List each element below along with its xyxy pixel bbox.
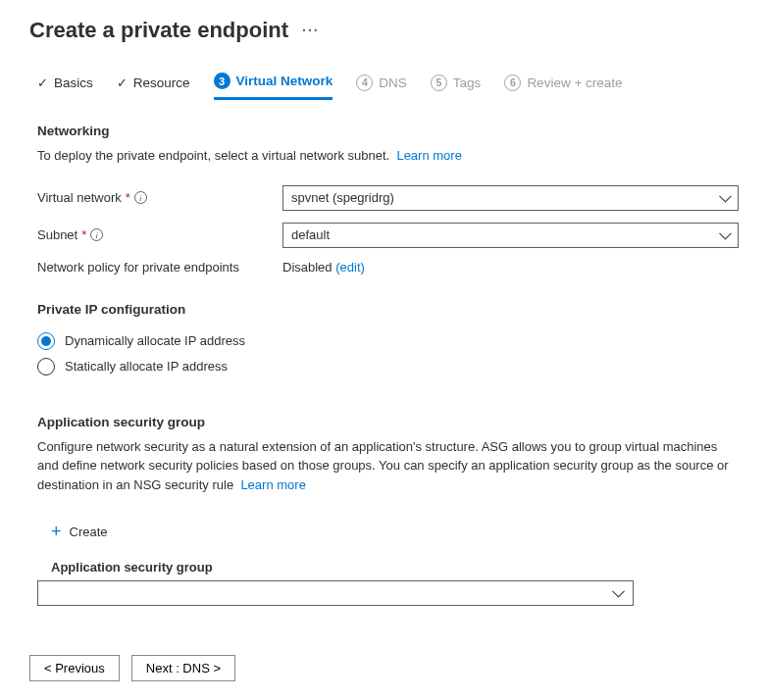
- select-value: default: [291, 227, 330, 242]
- virtual-network-select[interactable]: spvnet (spegridrg): [282, 185, 739, 211]
- ip-dynamic-radio[interactable]: Dynamically allocate IP address: [37, 332, 739, 350]
- info-icon[interactable]: i: [90, 228, 103, 241]
- subnet-select[interactable]: default: [282, 223, 739, 248]
- next-button[interactable]: Next : DNS >: [131, 655, 235, 681]
- radio-label: Dynamically allocate IP address: [65, 333, 245, 348]
- tab-resource[interactable]: ✓ Resource: [117, 75, 190, 98]
- ip-config-heading: Private IP configuration: [37, 302, 739, 317]
- info-icon[interactable]: i: [134, 191, 147, 204]
- asg-select[interactable]: [37, 580, 634, 606]
- radio-icon: [37, 358, 55, 375]
- radio-label: Statically allocate IP address: [65, 359, 228, 374]
- tab-review-create[interactable]: 6 Review + create: [504, 75, 622, 99]
- page-title: Create a private endpoint: [29, 18, 288, 43]
- radio-icon: [37, 332, 55, 350]
- tab-dns[interactable]: 4 DNS: [356, 75, 407, 99]
- tab-virtual-network[interactable]: 3 Virtual Network: [214, 73, 333, 100]
- create-label: Create: [70, 525, 108, 539]
- plus-icon: +: [51, 522, 62, 542]
- subnet-label: Subnet * i: [37, 227, 282, 242]
- tab-tags[interactable]: 5 Tags: [431, 75, 482, 99]
- select-value: spvnet (spegridrg): [291, 190, 394, 205]
- asg-heading: Application security group: [37, 415, 739, 429]
- tab-label: DNS: [379, 75, 407, 90]
- asg-description: Configure network security as a natural …: [37, 437, 739, 495]
- networking-heading: Networking: [37, 124, 739, 138]
- step-number-icon: 4: [356, 75, 373, 91]
- asg-field-label: Application security group: [51, 560, 739, 575]
- learn-more-link[interactable]: Learn more: [240, 477, 305, 492]
- create-asg-button[interactable]: + Create: [45, 518, 114, 546]
- tab-label: Resource: [133, 75, 190, 90]
- step-number-icon: 3: [214, 73, 230, 89]
- required-indicator: *: [81, 227, 86, 242]
- tab-label: Basics: [54, 75, 93, 90]
- network-policy-label: Network policy for private endpoints: [37, 260, 282, 275]
- edit-policy-link[interactable]: (edit): [335, 260, 365, 275]
- virtual-network-label: Virtual network * i: [37, 190, 282, 205]
- required-indicator: *: [126, 190, 130, 205]
- tab-label: Virtual Network: [236, 74, 333, 88]
- tab-basics[interactable]: ✓ Basics: [37, 75, 93, 98]
- tab-label: Review + create: [527, 75, 622, 90]
- networking-description: To deploy the private endpoint, select a…: [37, 146, 739, 166]
- ip-static-radio[interactable]: Statically allocate IP address: [37, 358, 739, 375]
- step-number-icon: 5: [431, 75, 447, 91]
- tab-label: Tags: [453, 75, 482, 90]
- check-icon: ✓: [117, 75, 128, 90]
- network-policy-value: Disabled (edit): [282, 260, 365, 275]
- check-icon: ✓: [37, 75, 48, 90]
- more-actions-icon[interactable]: ···: [302, 23, 320, 38]
- learn-more-link[interactable]: Learn more: [396, 148, 461, 163]
- wizard-tabs: ✓ Basics ✓ Resource 3 Virtual Network 4 …: [0, 43, 768, 100]
- step-number-icon: 6: [504, 75, 521, 91]
- previous-button[interactable]: < Previous: [29, 655, 120, 681]
